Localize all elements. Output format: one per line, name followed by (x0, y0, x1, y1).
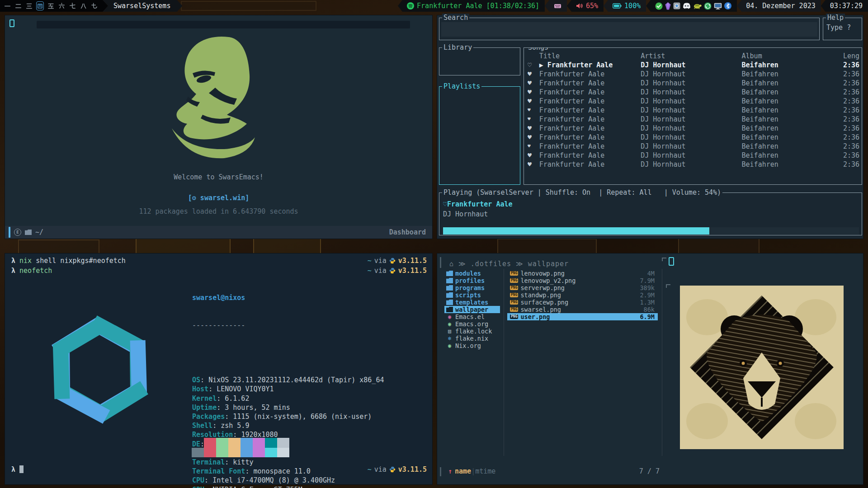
seek-bar[interactable] (443, 227, 859, 235)
volume-widget[interactable]: 65% (567, 0, 604, 12)
file-item[interactable]: PNG user.png 6.9M (507, 313, 658, 320)
directory-item[interactable]: flake.nix (444, 335, 500, 342)
workspace-button[interactable] (25, 1, 33, 10)
via-text: via (374, 266, 387, 275)
file-item[interactable]: PNG lenovowp_v2.png 7.9M (507, 277, 658, 284)
song-title: Frankfurter Aale (539, 124, 641, 133)
directory-item[interactable]: scripts (444, 291, 500, 299)
playlist-item[interactable] (443, 163, 520, 172)
file-item[interactable]: PNG serverwp.png 389k (507, 284, 658, 291)
directory-item[interactable]: Nix.org (444, 342, 500, 349)
workspace-button[interactable] (90, 1, 98, 10)
column-title[interactable]: Title (539, 52, 641, 61)
keyboard-widget[interactable] (545, 0, 567, 12)
file-name: standwp.png (520, 291, 637, 299)
workspace-button[interactable] (4, 1, 11, 10)
playlist-item[interactable] (443, 108, 520, 117)
playlist-item[interactable] (443, 117, 520, 127)
directory-item[interactable]: profiles (444, 277, 500, 284)
song-row[interactable]: ♥ Frankfurter Aale DJ Hornhaut Beifahren… (524, 106, 862, 115)
song-album: Beifahren (742, 106, 843, 115)
now-playing-widget[interactable]: Frankfurter Aale [01:38/02:36] (398, 0, 545, 12)
swarsel-win-link[interactable]: [⚙ swarsel.win] (5, 194, 432, 202)
directory-item[interactable]: modules (444, 270, 500, 277)
song-row[interactable]: ♥ Frankfurter Aale DJ Hornhaut Beifahren… (524, 97, 862, 106)
playlist-item[interactable] (443, 90, 520, 99)
file-type-icon (446, 285, 453, 291)
heart-icon[interactable]: ♡ (443, 200, 447, 208)
favorite-heart-icon[interactable]: ♥ (528, 124, 539, 133)
library-item[interactable] (443, 52, 520, 61)
search-input[interactable] (441, 22, 817, 37)
bluetooth-icon[interactable] (724, 2, 731, 9)
song-row[interactable]: ♥ Frankfurter Aale DJ Hornhaut Beifahren… (524, 151, 862, 160)
playlist-item[interactable] (443, 154, 520, 163)
playlist-item[interactable] (443, 145, 520, 154)
clock-widget[interactable]: 03:37:29 (821, 0, 868, 12)
directory-item[interactable]: wallpaper (444, 306, 500, 313)
workspace-button[interactable] (58, 1, 66, 10)
column-length[interactable]: Leng (843, 52, 862, 61)
file-item[interactable]: PNG swarsel.png 86k (507, 306, 658, 313)
workspace-button[interactable] (14, 1, 22, 10)
search-box[interactable]: Search (439, 18, 820, 40)
song-row[interactable]: ♥ Frankfurter Aale DJ Hornhaut Beifahren… (524, 133, 862, 142)
scroll-indicator[interactable] (440, 257, 441, 268)
seek-bar-fill (443, 227, 709, 235)
date-widget[interactable]: 04. Dezember 2023 (737, 0, 821, 12)
column-album[interactable]: Album (742, 52, 843, 61)
song-row[interactable]: ♡ ▶ Frankfurter Aale DJ Hornhaut Beifahr… (524, 61, 862, 70)
favorite-heart-icon[interactable]: ♥ (528, 160, 539, 169)
playlist-item[interactable] (443, 136, 520, 145)
song-row[interactable]: ♥ Frankfurter Aale DJ Hornhaut Beifahren… (524, 88, 862, 97)
favorite-heart-icon[interactable]: ♥ (528, 70, 539, 79)
discord-icon[interactable] (683, 3, 691, 9)
monitor-icon[interactable] (714, 3, 722, 9)
workspace-button[interactable] (36, 1, 44, 10)
song-row[interactable]: ♥ Frankfurter Aale DJ Hornhaut Beifahren… (524, 160, 862, 169)
favorite-heart-icon[interactable]: ♥ (528, 142, 539, 151)
song-row[interactable]: ♥ Frankfurter Aale DJ Hornhaut Beifahren… (524, 79, 862, 88)
directory-item[interactable]: flake.lock (444, 328, 500, 335)
favorite-heart-icon[interactable]: ♥ (528, 133, 539, 142)
workspace-button[interactable] (47, 1, 55, 10)
file-item[interactable]: PNG lenovowp.png 4M (507, 270, 658, 277)
favorite-heart-icon[interactable]: ♥ (528, 97, 539, 106)
file-item[interactable]: PNG standwp.png 2.9M (507, 291, 658, 299)
favorite-heart-icon[interactable]: ♥ (528, 79, 539, 88)
modeline-buffer-name: Dashboard (389, 228, 426, 236)
favorite-heart-icon[interactable]: ♥ (528, 106, 539, 115)
playlist-item[interactable] (443, 172, 520, 181)
favorite-heart-icon[interactable]: ♥ (528, 88, 539, 97)
steam-icon[interactable] (673, 2, 680, 9)
song-row[interactable]: ♥ Frankfurter Aale DJ Hornhaut Beifahren… (524, 142, 862, 151)
directory-item[interactable]: templates (444, 299, 500, 306)
favorite-heart-icon[interactable]: ♥ (528, 151, 539, 160)
library-panel: Library (439, 47, 520, 75)
shell-prompt-line[interactable]: λ (11, 465, 24, 474)
playlist-item[interactable] (443, 99, 520, 108)
song-row[interactable]: ♥ Frankfurter Aale DJ Hornhaut Beifahren… (524, 115, 862, 124)
turtle-icon[interactable] (693, 3, 702, 9)
file-name: lenovowp_v2.png (520, 277, 637, 284)
directory-item[interactable]: programs (444, 284, 500, 291)
directory-item[interactable]: Emacs.el (444, 313, 500, 320)
gem-icon[interactable] (665, 2, 671, 10)
check-circle-icon[interactable] (655, 2, 663, 10)
battery-widget[interactable]: 100% (604, 0, 646, 12)
column-artist[interactable]: Artist (641, 52, 741, 61)
favorite-heart-icon[interactable]: ♥ (528, 115, 539, 124)
workspace-button[interactable] (80, 1, 87, 10)
workspace-button[interactable] (69, 1, 76, 10)
directory-item[interactable]: Emacs.org (444, 320, 500, 328)
library-item[interactable] (443, 61, 520, 70)
playlist-item[interactable] (443, 127, 520, 136)
song-row[interactable]: ♥ Frankfurter Aale DJ Hornhaut Beifahren… (524, 124, 862, 133)
syncthing-icon[interactable] (704, 2, 712, 10)
file-item[interactable]: PNG surfacewp.png 1.3M (507, 299, 658, 306)
favorite-heart-icon[interactable]: ♡ (528, 61, 539, 70)
song-row[interactable]: ♥ Frankfurter Aale DJ Hornhaut Beifahren… (524, 70, 862, 79)
sort-indicator[interactable]: ↑ name | mtime (448, 467, 495, 475)
breadcrumb[interactable]: ⌂ ≫ .dotfiles ≫ wallpaper (449, 260, 569, 268)
keyboard-icon (554, 3, 561, 9)
